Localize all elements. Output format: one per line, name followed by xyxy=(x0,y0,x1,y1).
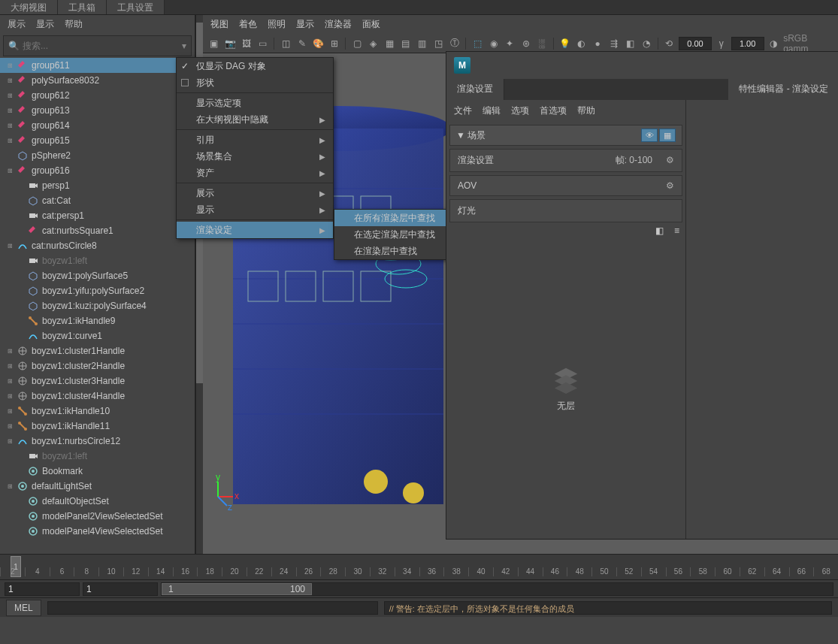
shadows-icon[interactable]: ◐ xyxy=(575,37,588,50)
single-perspective-icon[interactable]: ◳ xyxy=(431,37,445,50)
list-icon[interactable]: ≡ xyxy=(674,225,679,236)
script-lang-toggle[interactable]: MEL xyxy=(6,600,41,616)
outliner-item[interactable]: ⊞boyzw1:cluster1Handle xyxy=(0,343,195,358)
menu-help[interactable]: 帮助 xyxy=(65,18,83,31)
rd-menu-help[interactable]: 帮助 xyxy=(577,104,595,117)
outliner-item[interactable]: ⊞boyzw1:nurbsCircle12 xyxy=(0,434,195,449)
outliner-item[interactable]: boyzw1:ikHandle9 xyxy=(0,313,195,328)
menu-item[interactable]: 渲染设定▶ xyxy=(177,222,333,238)
outliner-item[interactable]: modelPanel2ViewSelectedSet xyxy=(0,509,195,524)
row-lights[interactable]: 灯光 xyxy=(449,199,682,222)
outliner-item[interactable]: ⊞group611 xyxy=(0,58,195,73)
tab-tool-settings[interactable]: 工具设置 xyxy=(107,0,165,14)
rd-menu-edit[interactable]: 编辑 xyxy=(483,104,501,117)
range-start-input[interactable] xyxy=(5,582,80,596)
outliner-item[interactable]: cat:Cat xyxy=(0,193,195,208)
lights-icon[interactable]: 💡 xyxy=(558,37,572,50)
outliner-item[interactable]: Bookmark xyxy=(0,464,195,479)
outliner-item[interactable]: ⊞group616 xyxy=(0,163,195,178)
rd-menu-file[interactable]: 文件 xyxy=(454,104,472,117)
xray-joints-icon[interactable]: ✦ xyxy=(503,37,516,50)
outliner-item[interactable]: ⊞group612 xyxy=(0,88,195,103)
vp-menu-show[interactable]: 显示 xyxy=(296,18,314,31)
outliner-item[interactable]: ⊞boyzw1:ikHandle11 xyxy=(0,419,195,434)
vp-menu-lighting[interactable]: 照明 xyxy=(268,18,286,31)
filter-icon[interactable]: ◧ xyxy=(655,225,664,236)
command-input[interactable] xyxy=(47,601,378,615)
gear-icon[interactable]: ⚙ xyxy=(666,180,674,191)
vp-menu-panels[interactable]: 面板 xyxy=(362,18,380,31)
tab-render-settings[interactable]: 渲染设置 xyxy=(446,79,504,100)
outliner-item[interactable]: ⊞group614 xyxy=(0,118,195,133)
rd-menu-options[interactable]: 选项 xyxy=(511,104,529,117)
grease-pencil-icon[interactable]: ✎ xyxy=(295,37,309,50)
outliner-item[interactable]: boyzw1:left xyxy=(0,253,195,268)
visibility-icon[interactable]: 👁 xyxy=(641,128,658,142)
timeline[interactable]: 1 24681012141618202224262830323436384042… xyxy=(0,554,838,579)
menu-item[interactable]: 显示选定项 xyxy=(177,95,333,111)
safe-action-icon[interactable]: ▦ xyxy=(383,37,397,50)
menu-item[interactable]: 场景集合▶ xyxy=(177,148,333,165)
outliner-context-menu[interactable]: ✓仅显示 DAG 对象形状显示选定项在大纲视图中隐藏▶引用▶场景集合▶资产▶展示… xyxy=(176,57,334,239)
menu-item[interactable]: 引用▶ xyxy=(177,132,333,148)
outliner-item[interactable]: boyzw1:kuzi:polySurface4 xyxy=(0,298,195,313)
grid-toggle-icon[interactable]: ▦ xyxy=(659,128,676,142)
camera-select-icon[interactable]: ▣ xyxy=(207,37,221,50)
gamma-icon[interactable]: γ xyxy=(715,37,728,50)
menu-item[interactable]: 资产▶ xyxy=(177,165,333,181)
grid-icon[interactable]: ◫ xyxy=(279,37,292,50)
range-slider[interactable]: 1100 xyxy=(161,582,833,596)
image-plane-icon[interactable]: 🖼 xyxy=(240,37,253,50)
outliner-item[interactable]: ⊞cat:nurbsCircle8 xyxy=(0,238,195,253)
vp-menu-view[interactable]: 视图 xyxy=(210,18,228,31)
renderer-icon[interactable]: ⟲ xyxy=(662,37,676,50)
menu-show[interactable]: 展示 xyxy=(8,18,26,31)
anti-alias-icon[interactable]: ◧ xyxy=(623,37,637,50)
menu-display[interactable]: 显示 xyxy=(36,18,54,31)
outliner-item[interactable]: ⊞boyzw1:cluster4Handle xyxy=(0,389,195,404)
motion-blur-icon[interactable]: ⇶ xyxy=(607,37,621,50)
default-material-icon[interactable]: ░ xyxy=(536,37,549,50)
menu-item[interactable]: 显示▶ xyxy=(177,201,333,218)
search-input[interactable] xyxy=(23,39,182,53)
outliner-item[interactable]: boyzw1:curve1 xyxy=(0,328,195,343)
outliner-item[interactable]: ⊞boyzw1:cluster2Handle xyxy=(0,358,195,373)
range-start-inner-input[interactable] xyxy=(83,582,158,596)
xray-active-icon[interactable]: ⊛ xyxy=(519,37,533,50)
hud-icon[interactable]: Ⓣ xyxy=(448,37,461,50)
rd-menu-prefs[interactable]: 首选项 xyxy=(540,104,567,117)
dropdown-icon[interactable]: ▾ xyxy=(182,41,186,51)
gear-icon[interactable]: ⚙ xyxy=(666,155,674,165)
shader-icon[interactable]: 🎨 xyxy=(311,37,325,50)
outliner-item[interactable]: ⊞group615 xyxy=(0,133,195,148)
outliner-item[interactable]: cat:nurbsSquare1 xyxy=(0,223,195,238)
show-both-icon[interactable]: ▥ xyxy=(416,37,429,50)
menu-item[interactable]: 在大纲视图中隐藏▶ xyxy=(177,111,333,128)
outliner-item[interactable]: boyzw1:left xyxy=(0,449,195,464)
outliner-item[interactable]: boyzw1:polySurface5 xyxy=(0,268,195,283)
row-render-settings[interactable]: 渲染设置 帧: 0-100⚙ xyxy=(449,149,682,172)
outliner-item[interactable]: ⊞group613 xyxy=(0,103,195,118)
isolate-select-icon[interactable]: ⬚ xyxy=(470,37,484,50)
outliner-item[interactable]: ⊞polySurface8032 xyxy=(0,73,195,88)
menu-item[interactable]: ✓仅显示 DAG 对象 xyxy=(177,58,333,74)
outliner-item[interactable]: ⊞boyzw1:cluster3Handle xyxy=(0,373,195,389)
outliner-item[interactable]: cat:persp1 xyxy=(0,208,195,223)
resolution-gate-icon[interactable]: ▢ xyxy=(350,37,364,50)
outliner-item[interactable]: persp1 xyxy=(0,178,195,193)
xray-icon[interactable]: ◉ xyxy=(487,37,501,50)
wireframe-icon[interactable]: ⊞ xyxy=(328,37,341,50)
exposure-input[interactable] xyxy=(679,37,712,50)
scene-collapsible-header[interactable]: ▼ 场景 👁 ▦ xyxy=(449,125,682,146)
colorspace-icon[interactable]: ◑ xyxy=(767,37,781,50)
safe-title-icon[interactable]: ▤ xyxy=(399,37,413,50)
dof-icon[interactable]: ◔ xyxy=(640,37,653,50)
outliner-item[interactable]: boyzw1:yifu:polySurface2 xyxy=(0,283,195,298)
outliner-item[interactable]: defaultObjectSet xyxy=(0,494,195,509)
outliner-item[interactable]: modelPanel4ViewSelectedSet xyxy=(0,524,195,539)
tab-property-editor[interactable]: 特性编辑器 - 渲染设定 xyxy=(728,79,838,100)
camera-bookmark-icon[interactable]: 📷 xyxy=(224,37,237,50)
vp-menu-shading[interactable]: 着色 xyxy=(239,18,257,31)
vp-menu-renderer[interactable]: 渲染器 xyxy=(325,18,352,31)
film-gate-icon[interactable]: ▭ xyxy=(256,37,270,50)
